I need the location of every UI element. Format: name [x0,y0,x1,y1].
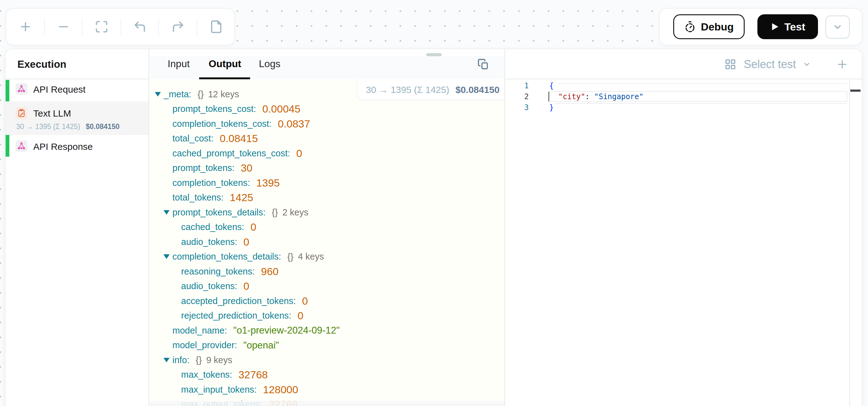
tree-row-cached_tokens: cached_tokens:0 [172,220,256,235]
tree-object-meta: {}4 keys [287,252,324,262]
tree-object-meta: {}9 keys [196,355,232,365]
fit-view-icon[interactable] [95,20,108,34]
tree-value: 32768 [238,369,268,381]
test-editor: 1{2 "city": "Singapore"3} [505,80,862,406]
execution-list: API RequestText LLM30 → 1395 (Σ 1425)$0.… [6,80,149,406]
tree-key: cached_prompt_tokens_cost: [173,148,290,158]
usage-cost: $0.084150 [456,85,500,95]
grid-icon [724,58,736,70]
tree-value: 0.0837 [278,118,310,130]
debug-button[interactable]: Debug [673,14,745,39]
tree-key: prompt_tokens_cost: [173,104,256,114]
item-cost: $0.084150 [86,122,120,131]
tree-key: _meta: [164,89,191,99]
execution-item-text-llm[interactable]: Text LLM30 → 1395 (Σ 1425)$0.084150 [6,102,149,135]
tree-value: 960 [261,265,279,278]
tab-input[interactable]: Input [167,49,189,78]
divider-left[interactable] [149,49,149,406]
tree-key: prompt_tokens: [173,163,235,173]
tree-value: 1395 [256,177,280,189]
tree-value: 0.08415 [220,133,258,145]
execution-item-label: API Request [33,84,86,95]
sheet-header: Execution InputOutputLogs Select test [6,49,862,79]
tree-row-reasoning_tokens: reasoning_tokens:960 [172,264,279,279]
tree-value: "o1-preview-2024-09-12" [233,325,340,336]
tree-key: prompt_tokens_details: [173,207,266,218]
tree-row-info[interactable]: info:{}9 keys [163,352,232,368]
collapse-triangle-icon[interactable] [163,254,169,259]
tree-value: 0 [298,310,304,322]
test-button[interactable]: Test [757,14,818,39]
execution-item-api-response[interactable]: API Response [6,135,149,157]
tree-value: "openai" [243,340,279,351]
tree-row-prompt_tokens_details[interactable]: prompt_tokens_details:{}2 keys [163,205,309,220]
tree-row-_meta[interactable]: _meta:{}12 keys [155,87,239,102]
clipboard-pen-icon [16,107,27,119]
play-icon [770,22,779,31]
canvas-toolbar [6,8,235,46]
tree-key: accepted_prediction_tokens: [181,296,296,306]
collapse-triangle-icon[interactable] [163,210,169,215]
chevron-down-icon [832,22,843,32]
test-options-button[interactable] [826,16,850,38]
api-icon [16,83,27,95]
tree-key: total_tokens: [173,193,223,203]
tree-key: max_tokens: [181,370,232,380]
tree-key: rejected_prediction_tokens: [181,311,291,321]
timer-icon [684,21,696,33]
tree-row-completion_tokens_details[interactable]: completion_tokens_details:{}4 keys [163,249,324,264]
text-cursor [548,92,549,102]
tab-output[interactable]: Output [209,49,241,78]
overview-ruler-mark [850,90,861,92]
tree-value: 0 [302,295,308,307]
tree-row-audio_tokens: audio_tokens:0 [172,234,249,249]
collapse-triangle-icon[interactable] [155,92,161,97]
tree-key: model_name: [173,325,227,336]
execution-item-label: Text LLM [33,108,71,119]
item-tokens: 30 → 1395 (Σ 1425) [16,122,80,131]
execution-item-api-request[interactable]: API Request [6,80,149,97]
output-panel: _meta:{}12 keysprompt_tokens_cost:0.0004… [149,80,504,406]
tree-row-max_tokens: max_tokens:32768 [172,368,268,382]
select-test-dropdown[interactable]: Select test [724,49,811,79]
collapse-triangle-icon[interactable] [163,358,169,362]
tree-key: total_cost: [173,133,213,144]
tree-value: 0 [250,221,256,233]
tree-value: 30 [241,162,253,174]
zoom-out-icon[interactable] [57,20,70,34]
editor-line-1[interactable]: 1{ [505,80,862,91]
tree-value: 128000 [263,384,298,396]
undo-icon[interactable] [133,20,147,34]
drag-handle[interactable] [426,53,442,56]
chevron-down-icon [803,60,811,68]
tree-key: audio_tokens: [181,237,237,247]
tree-row-prompt_tokens_cost: prompt_tokens_cost:0.00045 [163,102,301,117]
select-test-label: Select test [744,58,796,71]
tree-key: completion_tokens_details: [173,252,281,262]
execution-item-label: API Response [33,141,93,152]
usage-badge: 30 → 1395 (Σ 1425) $0.084150 [356,80,504,100]
redo-icon[interactable] [171,20,185,34]
horizontal-scrollbar[interactable] [149,401,504,406]
test-label: Test [784,21,805,33]
tree-row-accepted_prediction_tokens: accepted_prediction_tokens:0 [172,293,308,309]
tree-object-meta: {}12 keys [197,89,239,99]
editor-line-3[interactable]: 3} [505,102,862,113]
tree-key: max_input_tokens: [181,384,257,395]
debug-label: Debug [701,21,734,33]
bottom-sheet: Execution InputOutputLogs Select test AP… [5,49,862,406]
tree-object-meta: {}2 keys [272,207,309,218]
usage-tokens: 30 → 1395 (Σ 1425) [366,85,449,95]
copy-icon[interactable] [477,58,489,70]
editor-line-2[interactable]: 2 "city": "Singapore" [505,91,862,102]
add-test-button[interactable] [836,49,849,79]
tree-value: 1425 [229,192,253,204]
run-toolbar: Debug Test [659,8,862,46]
tree-row-model_name: model_name:"o1-preview-2024-09-12" [163,323,340,338]
zoom-in-icon[interactable] [19,20,32,34]
tree-key: audio_tokens: [181,281,237,291]
tree-value: 0 [244,280,249,292]
file-icon[interactable] [209,20,223,34]
tab-logs[interactable]: Logs [259,49,280,78]
tree-row-total_tokens: total_tokens:1425 [163,190,253,205]
